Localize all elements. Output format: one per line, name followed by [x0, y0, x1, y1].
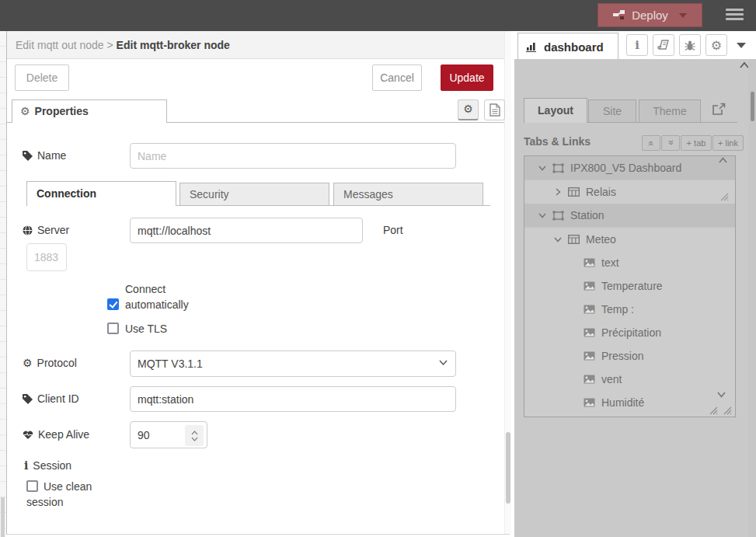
name-field-label: Name [23, 149, 66, 162]
tree-item-group[interactable]: Relais [524, 180, 735, 204]
tree-item-widget[interactable]: Pression [524, 344, 735, 368]
settings-button[interactable]: ⚙ [705, 34, 727, 56]
row-resize-handle[interactable] [719, 191, 729, 201]
tag-icon [23, 151, 33, 161]
breadcrumb-separator: > [104, 39, 117, 51]
edit-tray: Edit mqtt out node > Edit mqtt-broker no… [6, 31, 510, 535]
widget-icon [584, 305, 595, 314]
gear-icon: ⚙ [463, 103, 473, 115]
book-icon [657, 40, 670, 51]
protocol-select[interactable]: MQTT V3.1.1 [130, 350, 456, 377]
tab-layout[interactable]: Layout [524, 98, 587, 123]
tray-scrollbar-track[interactable] [504, 31, 511, 534]
group-icon [568, 235, 580, 244]
tree-item-label: Relais [586, 186, 616, 198]
chevron-right-icon[interactable] [552, 188, 563, 196]
edit-settings-button[interactable]: ⚙ [458, 99, 479, 120]
tab-site[interactable]: Site [588, 99, 636, 123]
tabs-links-tree: IPX800_V5 DashboardRelaisStationMeteotex… [524, 155, 736, 417]
use-tls-checkbox[interactable] [107, 323, 119, 334]
tab-properties[interactable]: ⚙Properties [12, 99, 167, 123]
tree-item-widget[interactable]: text [524, 251, 735, 274]
sidebar-scrollbar-thumb[interactable] [751, 92, 754, 121]
tree-item-label: Humidité [601, 396, 644, 409]
chevron-down-icon[interactable] [537, 166, 548, 171]
tree-resize-handle[interactable] [707, 404, 732, 415]
deploy-caret-icon[interactable] [679, 13, 687, 18]
tree-scroll-up-icon[interactable] [719, 157, 727, 163]
deploy-button[interactable]: Deploy [597, 3, 702, 27]
tree-item-tab[interactable]: IPX800_V5 Dashboard [524, 156, 735, 180]
name-input[interactable]: Name [130, 143, 456, 169]
move-up-button[interactable]: « [642, 135, 660, 151]
connect-automatically-checkbox[interactable] [107, 298, 119, 310]
chevron-down-icon[interactable] [552, 237, 563, 242]
widget-icon [584, 281, 595, 291]
tab-icon [552, 211, 564, 221]
number-stepper[interactable] [185, 425, 204, 446]
protocol-field-label: ⚙ Protocol [23, 357, 77, 369]
client-id-field-label: Client ID [23, 392, 79, 405]
widget-icon [584, 258, 595, 267]
help-button[interactable] [653, 34, 674, 56]
tree-item-label: Pression [601, 350, 643, 362]
tree-scroll-down-icon[interactable] [717, 392, 726, 398]
tree-item-widget[interactable]: vent [524, 368, 735, 391]
tab-security[interactable]: Security [179, 183, 329, 206]
tab-messages[interactable]: Messages [333, 183, 483, 206]
bug-icon [685, 40, 695, 51]
double-chevron-down-icon: « [664, 141, 678, 145]
keep-alive-input[interactable]: 90 [130, 421, 207, 448]
deploy-icon [613, 9, 625, 21]
tree-item-widget[interactable]: Précipitation [524, 321, 735, 344]
add-tab-button[interactable]: + tab [681, 135, 712, 151]
tree-item-label: vent [601, 373, 622, 385]
tag-icon [23, 394, 33, 404]
server-input[interactable]: mqtt://localhost [130, 218, 363, 243]
tree-item-label: Meteo [586, 233, 616, 246]
globe-icon [23, 225, 33, 235]
breadcrumb-parent[interactable]: Edit mqtt out node [16, 39, 104, 51]
tray-scrollbar-thumb[interactable] [506, 432, 510, 504]
menu-icon[interactable] [726, 9, 744, 23]
port-input[interactable]: 1883 [26, 243, 67, 271]
widget-icon [584, 351, 595, 361]
properties-tab-label: Properties [35, 105, 89, 117]
add-link-button[interactable]: + link [712, 135, 744, 151]
node-help-button[interactable] [484, 99, 505, 120]
tab-theme[interactable]: Theme [639, 99, 701, 123]
client-id-input[interactable]: mqtt:station [130, 386, 456, 412]
name-input-placeholder: Name [138, 150, 166, 162]
delete-button[interactable]: Delete [15, 65, 69, 91]
document-icon [489, 103, 500, 117]
update-button[interactable]: Update [441, 65, 493, 91]
gear-icon: ⚙ [20, 105, 30, 117]
tree-item-label: Temp : [601, 303, 634, 316]
breadcrumb: Edit mqtt out node > Edit mqtt-broker no… [7, 31, 510, 59]
use-clean-session-field: Use clean session [26, 479, 98, 510]
tab-connection[interactable]: Connection [26, 181, 176, 206]
cancel-button[interactable]: Cancel [372, 65, 422, 91]
workspace-scrollbar[interactable] [1, 497, 5, 537]
sidebar-menu-caret-icon[interactable] [737, 43, 746, 48]
info-button[interactable]: i [626, 34, 648, 56]
breadcrumb-current: Edit mqtt-broker node [117, 39, 230, 51]
dashboard-tab-label: dashboard [544, 40, 604, 54]
widget-icon [584, 375, 595, 384]
gear-icon: ⚙ [23, 357, 33, 369]
deploy-label: Deploy [632, 9, 668, 22]
use-clean-session-checkbox[interactable] [26, 480, 38, 492]
tree-item-widget[interactable]: Temperature [524, 274, 735, 298]
gear-icon: ⚙ [711, 38, 722, 53]
move-down-button[interactable]: « [661, 135, 680, 151]
tree-item-widget[interactable]: Temp : [524, 298, 735, 321]
tree-item-group[interactable]: Meteo [524, 227, 735, 251]
tree-item-label: IPX800_V5 Dashboard [570, 162, 681, 174]
open-dashboard-button[interactable] [712, 103, 726, 116]
debug-button[interactable] [679, 34, 701, 56]
chevron-down-icon[interactable] [537, 213, 548, 218]
tree-item-widget[interactable]: Humidité [524, 391, 735, 414]
tree-item-tab[interactable]: Station [524, 204, 735, 227]
sidebar-scrollbar-track[interactable] [748, 59, 756, 537]
sidebar-tab-dashboard[interactable]: dashboard [517, 33, 618, 60]
